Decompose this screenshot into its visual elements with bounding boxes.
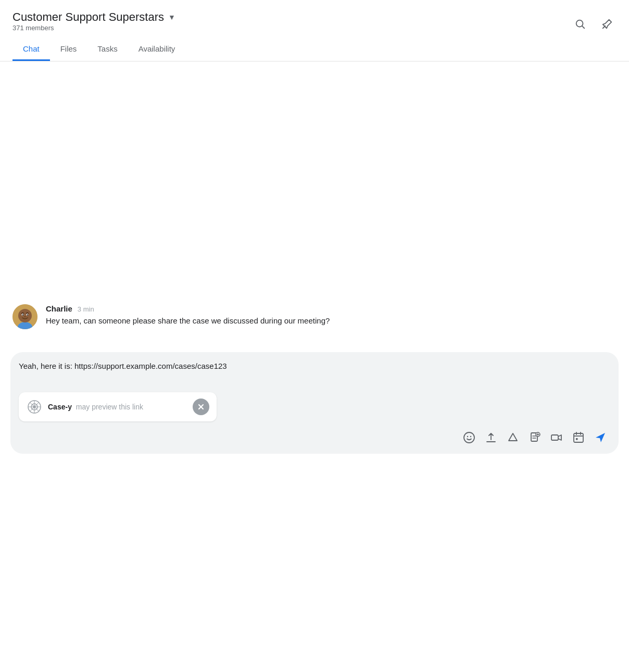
avatar [12,304,37,329]
header: Customer Support Superstars ▼ 371 member… [0,0,629,61]
message-header: Charlie 3 min [46,304,617,313]
dropdown-arrow-icon[interactable]: ▼ [168,13,175,21]
avatar-image [12,304,37,329]
svg-point-9 [27,314,28,315]
link-preview-left: Case-y may preview this link [26,399,143,415]
docs-button[interactable] [525,428,545,447]
svg-rect-30 [574,433,583,442]
link-preview-title: Case-y may preview this link [48,403,143,411]
message-time: 3 min [78,305,94,313]
compose-area: Case-y may preview this link [10,352,619,454]
drive-button[interactable] [503,428,523,447]
svg-rect-34 [576,438,578,440]
link-preview-card: Case-y may preview this link [19,392,217,421]
svg-point-8 [22,314,23,315]
docs-icon [529,431,541,444]
tabs: Chat Files Tasks Availability [12,39,617,61]
header-top: Customer Support Superstars ▼ 371 member… [12,10,617,37]
emoji-button[interactable] [459,428,479,447]
send-icon [594,431,607,444]
message-content: Charlie 3 min Hey team, can someone plea… [46,304,617,327]
link-preview-icon [26,399,43,415]
meet-button[interactable] [547,428,567,447]
svg-point-20 [464,432,474,443]
meet-icon [550,431,563,444]
tab-files[interactable]: Files [50,39,87,61]
svg-point-10 [24,316,26,317]
svg-point-5 [18,309,32,322]
svg-rect-29 [551,435,558,440]
message-text: Hey team, can someone please share the c… [46,315,617,327]
upload-icon [485,431,497,444]
tab-availability[interactable]: Availability [128,39,186,61]
drive-icon [507,431,519,444]
svg-line-1 [582,26,584,28]
search-icon [574,18,586,30]
group-title: Customer Support Superstars [12,10,164,24]
calendar-icon [572,431,585,444]
member-count: 371 members [12,24,175,32]
case-icon [27,400,42,414]
emoji-icon [463,431,475,444]
tab-chat[interactable]: Chat [12,39,50,61]
chat-area: Charlie 3 min Hey team, can someone plea… [0,61,629,348]
svg-point-22 [470,436,471,437]
compose-toolbar [19,428,610,447]
close-icon [197,403,205,411]
calendar-button[interactable] [569,428,588,447]
pin-icon [601,18,613,30]
compose-input[interactable] [19,360,610,384]
message-row: Charlie 3 min Hey team, can someone plea… [12,304,617,329]
chat-spacer [12,72,617,304]
dismiss-preview-button[interactable] [193,399,209,415]
header-icons [571,15,617,33]
header-title-row: Customer Support Superstars ▼ [12,10,175,24]
sender-name: Charlie [46,304,72,313]
tab-tasks[interactable]: Tasks [87,39,128,61]
svg-point-21 [467,436,468,437]
link-preview-text-area: Case-y may preview this link [48,402,143,412]
send-button[interactable] [590,428,610,447]
pin-button[interactable] [598,15,617,33]
upload-button[interactable] [481,428,501,447]
link-preview-sub: may preview this link [76,403,143,411]
header-title-area: Customer Support Superstars ▼ 371 member… [12,10,175,37]
search-button[interactable] [571,15,589,33]
